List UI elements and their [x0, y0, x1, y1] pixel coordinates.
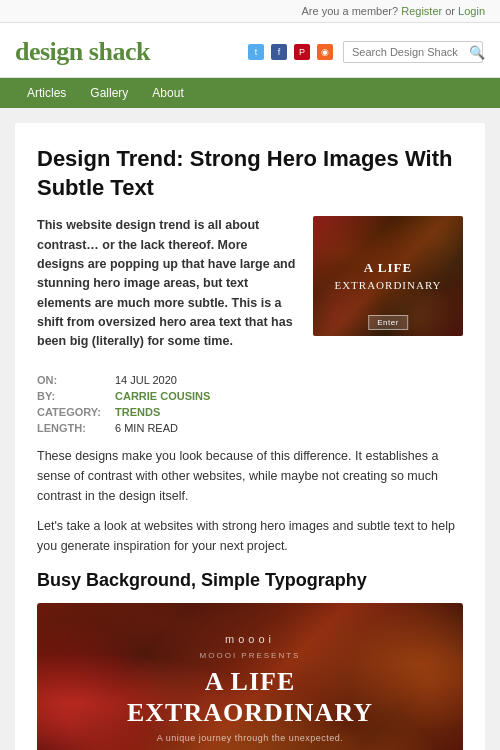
- section-heading: Busy Background, Simple Typography: [37, 570, 463, 591]
- hero-thumbnail: A LIFE EXTRAORDINARY Enter: [313, 216, 463, 336]
- top-bar: Are you a member? Register or Login: [0, 0, 500, 23]
- hero-line1: A LIFE: [334, 259, 441, 277]
- article-title: Design Trend: Strong Hero Images With Su…: [37, 145, 463, 202]
- rss-icon[interactable]: ◉: [317, 44, 333, 60]
- hero-thumb-text: A LIFE EXTRAORDINARY: [334, 259, 441, 293]
- nav-about[interactable]: About: [140, 78, 195, 108]
- meta-by: BY: CARRIE COUSINS: [37, 390, 463, 402]
- meta-table: ON: 14 JUL 2020 BY: CARRIE COUSINS CATEG…: [37, 374, 463, 434]
- showcase-image: moooi moooi presents A LIFE EXTRAORDINAR…: [37, 603, 463, 750]
- meta-category: CATEGORY: TRENDS: [37, 406, 463, 418]
- social-icons: t f P ◉: [248, 44, 333, 60]
- nav-gallery[interactable]: Gallery: [78, 78, 140, 108]
- pinterest-icon[interactable]: P: [294, 44, 310, 60]
- length-label: LENGTH:: [37, 422, 107, 434]
- showcase-content: moooi moooi presents A LIFE EXTRAORDINAR…: [37, 603, 463, 750]
- article-paras: These designs make you look because of t…: [37, 446, 463, 556]
- by-label: BY:: [37, 390, 107, 402]
- category-label: CATEGORY:: [37, 406, 107, 418]
- category-value[interactable]: TRENDS: [115, 406, 160, 418]
- nav-articles[interactable]: Articles: [15, 78, 78, 108]
- twitter-icon[interactable]: t: [248, 44, 264, 60]
- showcase-brand: moooi: [225, 633, 275, 645]
- on-label: ON:: [37, 374, 107, 386]
- hero-thumb-button: Enter: [368, 315, 408, 330]
- header-right: t f P ◉ 🔍: [248, 41, 485, 63]
- showcase-title: A LIFE EXTRAORDINARY: [127, 666, 373, 728]
- main-nav: Articles Gallery About: [0, 78, 500, 108]
- hero-line2: EXTRAORDINARY: [334, 278, 441, 293]
- topbar-or: or: [445, 5, 458, 17]
- by-value[interactable]: CARRIE COUSINS: [115, 390, 210, 402]
- logo[interactable]: design shack: [15, 37, 150, 67]
- showcase-title-line2: EXTRAORDINARY: [127, 698, 373, 727]
- article-para3: Let's take a look at websites with stron…: [37, 516, 463, 556]
- register-link[interactable]: Register: [401, 5, 442, 17]
- search-button[interactable]: 🔍: [469, 45, 485, 60]
- main-wrapper: Design Trend: Strong Hero Images With Su…: [0, 108, 500, 750]
- showcase-presents: moooi presents: [200, 651, 301, 660]
- facebook-icon[interactable]: f: [271, 44, 287, 60]
- showcase-title-line1: A LIFE: [205, 667, 296, 696]
- logo-part1: design: [15, 37, 89, 66]
- content-card: Design Trend: Strong Hero Images With Su…: [15, 123, 485, 750]
- login-link[interactable]: Login: [458, 5, 485, 17]
- on-value: 14 JUL 2020: [115, 374, 177, 386]
- article-text-left: This website design trend is all about c…: [37, 216, 297, 360]
- topbar-text: Are you a member?: [302, 5, 399, 17]
- search-input[interactable]: [343, 41, 483, 63]
- article-top: This website design trend is all about c…: [37, 216, 463, 360]
- showcase-subtitle: A unique journey through the unexpected.: [157, 733, 344, 743]
- article-intro: This website design trend is all about c…: [37, 216, 297, 352]
- logo-part2: shack: [89, 37, 150, 66]
- header: design shack t f P ◉ 🔍: [0, 23, 500, 78]
- length-value: 6 MIN READ: [115, 422, 178, 434]
- meta-on: ON: 14 JUL 2020: [37, 374, 463, 386]
- meta-length: LENGTH: 6 MIN READ: [37, 422, 463, 434]
- article-para2: These designs make you look because of t…: [37, 446, 463, 506]
